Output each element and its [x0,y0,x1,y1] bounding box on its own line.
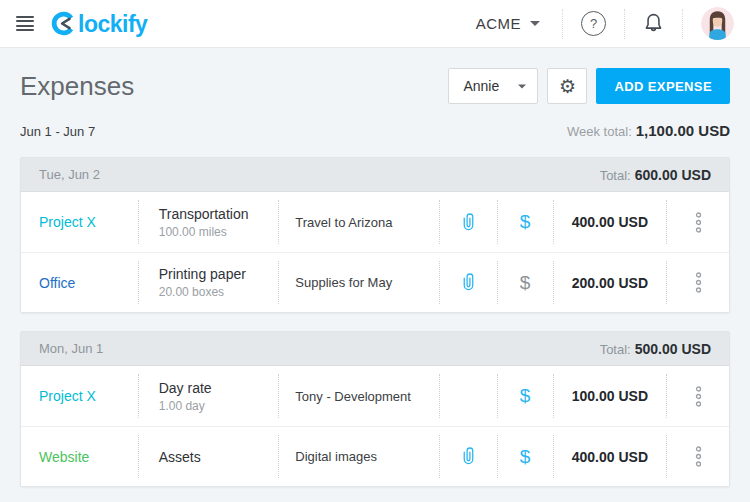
amount-cell: 200.00 USD [553,261,667,304]
menu-icon[interactable] [16,16,34,31]
divider [682,9,683,39]
group-total-label: Total: [600,342,631,357]
attachment-icon[interactable] [460,271,477,294]
help-button[interactable]: ? [581,11,606,36]
expense-description: Tony - Development [295,389,411,404]
group-total: Total:600.00 USD [600,167,711,183]
group-total-value: 500.00 USD [635,341,711,357]
billable-cell: $ [497,200,553,244]
week-range: Jun 1 - Jun 7 [20,124,95,139]
description-cell: Travel to Arizona [278,200,439,244]
billable-cell: $ [497,435,553,478]
divider [624,9,625,39]
kebab-menu-icon[interactable] [695,386,702,407]
project-cell: Project X [21,200,138,244]
user-menu[interactable] [701,7,734,40]
attachment-icon[interactable] [460,211,477,234]
chevron-down-icon [518,84,526,88]
group-total-value: 600.00 USD [635,167,711,183]
project-link[interactable]: Website [39,449,89,465]
group-rows: Project X Transportation 100.00 miles Tr… [21,192,729,312]
expense-description: Travel to Arizona [295,215,392,230]
expense-group: Tue, Jun 2 Total:600.00 USD Project X Tr… [20,157,730,313]
expense-quantity: 1.00 day [159,399,205,413]
group-header: Mon, Jun 1 Total:500.00 USD [21,332,729,366]
assignee-filter-select[interactable]: Annie [448,68,538,104]
description-cell: Supplies for May [278,261,439,304]
page-title: Expenses [20,71,134,102]
expense-description: Digital images [295,449,377,464]
expenses-page: Expenses Annie ⚙ ADD EXPENSE Jun 1 - Jun… [0,48,750,487]
clockify-logo: lockify [50,10,147,37]
brand-name: lockify [78,11,147,37]
attachment-cell [439,435,497,478]
item-cell: Day rate 1.00 day [138,374,279,418]
expense-row: Project X Day rate 1.00 day Tony - Devel… [21,366,729,426]
workspace-switcher[interactable]: ACME [472,15,544,32]
group-date: Mon, Jun 1 [39,341,103,356]
settings-button[interactable]: ⚙ [547,68,587,104]
attachment-icon[interactable] [460,445,477,468]
workspace-name: ACME [476,15,521,32]
expense-amount: 400.00 USD [572,449,648,465]
add-expense-button[interactable]: ADD EXPENSE [596,68,730,104]
project-cell: Website [21,435,138,478]
billable-icon[interactable]: $ [520,272,531,294]
gear-icon: ⚙ [559,75,576,98]
divider [562,9,563,39]
group-total-label: Total: [600,168,631,183]
actions-cell [666,261,729,304]
expense-item: Transportation [159,206,249,222]
topbar: lockify ACME ? [0,0,750,48]
billable-icon[interactable]: $ [520,211,531,233]
project-link[interactable]: Office [39,275,75,291]
project-cell: Project X [21,374,138,418]
billable-icon[interactable]: $ [520,446,531,468]
expense-item: Day rate [159,380,212,396]
project-link[interactable]: Project X [39,388,96,404]
kebab-menu-icon[interactable] [695,212,702,233]
group-date: Tue, Jun 2 [39,167,100,182]
kebab-menu-icon[interactable] [695,446,702,467]
amount-cell: 400.00 USD [553,200,667,244]
week-total: Week total:1,100.00 USD [567,122,730,139]
description-cell: Digital images [278,435,439,478]
billable-icon[interactable]: $ [520,385,531,407]
expense-quantity: 100.00 miles [159,225,227,239]
expense-amount: 100.00 USD [572,388,648,404]
project-cell: Office [21,261,138,304]
amount-cell: 400.00 USD [553,435,667,478]
actions-cell [666,374,729,418]
expense-quantity: 20.00 boxes [159,285,224,299]
project-link[interactable]: Project X [39,214,96,230]
attachment-cell [439,374,497,418]
description-cell: Tony - Development [278,374,439,418]
avatar [701,7,734,40]
billable-cell: $ [497,374,553,418]
group-total: Total:500.00 USD [600,341,711,357]
item-cell: Transportation 100.00 miles [138,200,279,244]
bell-icon [643,12,664,35]
attachment-cell [439,200,497,244]
expense-groups: Tue, Jun 2 Total:600.00 USD Project X Tr… [20,157,730,487]
attachment-cell [439,261,497,304]
week-total-label: Week total: [567,124,632,139]
billable-cell: $ [497,261,553,304]
clock-icon [50,10,77,37]
group-header: Tue, Jun 2 Total:600.00 USD [21,158,729,192]
expense-amount: 200.00 USD [572,275,648,291]
kebab-menu-icon[interactable] [695,272,702,293]
actions-cell [666,200,729,244]
amount-cell: 100.00 USD [553,374,667,418]
assignee-filter-value: Annie [463,78,499,94]
notifications-button[interactable] [643,12,664,35]
expense-description: Supplies for May [295,275,392,290]
chevron-down-icon [530,21,540,26]
help-label: ? [590,16,597,31]
item-cell: Assets [138,435,279,478]
expense-row: Office Printing paper 20.00 boxes Suppli… [21,252,729,312]
expense-item: Printing paper [159,266,246,282]
expense-row: Website Assets Digital images $ 400.00 U… [21,426,729,486]
expense-row: Project X Transportation 100.00 miles Tr… [21,192,729,252]
expense-group: Mon, Jun 1 Total:500.00 USD Project X Da… [20,331,730,487]
